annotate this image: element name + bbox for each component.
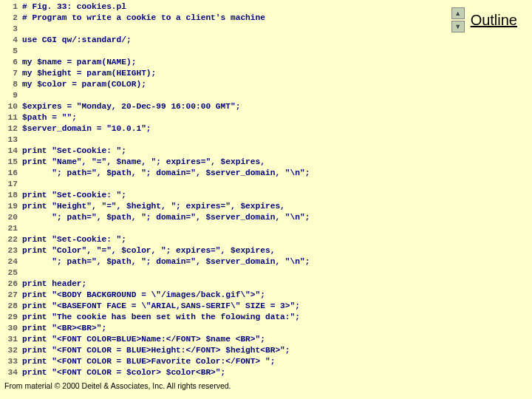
code-line: 2# Program to write a cookie to a client… [0,13,426,24]
code-text: print "The cookie has been set with the … [22,312,300,323]
code-line: 4use CGI qw/:standard/; [0,35,426,46]
code-line: 25 [0,267,426,279]
line-number: 25 [0,267,22,279]
outline-control: ▲ ▼ Outline [451,7,517,33]
code-text: # Fig. 33: cookies.pl [22,1,126,13]
code-line: 8my $color = param(COLOR); [0,79,426,90]
code-text: print "<FONT COLOR=BLUE>Name:</FONT> $na… [22,334,265,345]
line-number: 27 [0,290,22,301]
code-text: print "Set-Cookie: "; [22,146,126,157]
code-text: print "Color", "=", $color, "; expires="… [22,245,275,256]
line-number: 1 [0,1,22,13]
line-number: 23 [0,245,22,256]
line-number: 7 [0,68,22,79]
code-text: print header; [22,279,86,290]
line-number: 9 [0,90,22,101]
code-text: print "Name", "=", $name, "; expires=", … [22,157,265,168]
line-number: 19 [0,201,22,212]
code-text: $path = ""; [22,112,77,123]
line-number: 22 [0,234,22,245]
code-text: $expires = "Monday, 20-Dec-99 16:00:00 G… [22,101,240,112]
code-line: 30print "<BR><BR>"; [0,323,426,334]
code-listing: 1# Fig. 33: cookies.pl2# Program to writ… [0,0,426,380]
line-number: 10 [0,101,22,112]
code-line: 17 [0,179,426,190]
line-number: 8 [0,79,22,90]
line-number: 33 [0,356,22,367]
code-line: 34print "<FONT COLOR = $color> $color<BR… [0,367,426,378]
code-text: my $height = param(HEIGHT); [22,68,156,79]
code-text: print "Height", "=", $height, "; expires… [22,201,285,212]
code-line: 22print "Set-Cookie: "; [0,234,426,245]
arrow-stack: ▲ ▼ [451,7,465,33]
code-text: print "<FONT COLOR = BLUE>Favorite Color… [22,356,275,367]
line-number: 3 [0,24,22,35]
code-line: 12$server_domain = "10.0.1"; [0,123,426,134]
line-number: 21 [0,223,22,234]
line-number: 6 [0,57,22,68]
code-line: 24 "; path=", $path, "; domain=", $serve… [0,256,426,267]
code-line: 16 "; path=", $path, "; domain=", $serve… [0,168,426,179]
code-line: 32print "<FONT COLOR = BLUE>Height:</FON… [0,345,426,356]
code-line: 20 "; path=", $path, "; domain=", $serve… [0,212,426,223]
code-line: 26print header; [0,279,426,290]
code-text: print "<FONT COLOR = $color> $color<BR>"… [22,367,225,378]
line-number: 13 [0,134,22,146]
line-number: 34 [0,367,22,378]
line-number: 16 [0,168,22,179]
copyright-footer: From material © 2000 Deitel & Associates… [0,381,231,390]
code-line: 28print "<BASEFONT FACE = \"ARIAL,SANS-S… [0,301,426,312]
code-line: 27print "<BODY BACKGROUND = \"/images/ba… [0,290,426,301]
code-line: 21 [0,223,426,234]
code-text: print "<BODY BACKGROUND = \"/images/back… [22,290,265,301]
code-text: print "<BASEFONT FACE = \"ARIAL,SANS-SER… [22,301,300,312]
code-text: print "Set-Cookie: "; [22,190,126,201]
line-number: 12 [0,123,22,134]
outline-link[interactable]: Outline [468,12,517,29]
code-line: 11$path = ""; [0,112,426,123]
outline-down-button[interactable]: ▼ [451,21,465,33]
code-line: 14print "Set-Cookie: "; [0,146,426,157]
line-number: 29 [0,312,22,323]
line-number: 15 [0,157,22,168]
code-line: 29print "The cookie has been set with th… [0,312,426,323]
code-line: 1# Fig. 33: cookies.pl [0,1,426,13]
code-line: 5 [0,46,426,57]
line-number: 14 [0,146,22,157]
code-text: use CGI qw/:standard/; [22,35,132,46]
code-line: 10$expires = "Monday, 20-Dec-99 16:00:00… [0,101,426,112]
line-number: 28 [0,301,22,312]
code-line: 3 [0,24,426,35]
code-text: # Program to write a cookie to a client'… [22,13,265,24]
line-number: 32 [0,345,22,356]
code-text: print "Set-Cookie: "; [22,234,126,245]
line-number: 30 [0,323,22,334]
line-number: 31 [0,334,22,345]
code-line: 6my $name = param(NAME); [0,57,426,68]
code-line: 13 [0,134,426,146]
line-number: 5 [0,46,22,57]
line-number: 2 [0,13,22,24]
code-line: 7my $height = param(HEIGHT); [0,68,426,79]
line-number: 26 [0,279,22,290]
outline-up-button[interactable]: ▲ [451,7,465,19]
line-number: 11 [0,112,22,123]
code-text: "; path=", $path, "; domain=", $server_d… [22,256,310,267]
line-number: 17 [0,179,22,190]
code-line: 15print "Name", "=", $name, "; expires="… [0,157,426,168]
code-text: my $name = param(NAME); [22,57,136,68]
code-line: 18print "Set-Cookie: "; [0,190,426,201]
code-text: print "<BR><BR>"; [22,323,106,334]
line-number: 24 [0,256,22,267]
code-line: 31print "<FONT COLOR=BLUE>Name:</FONT> $… [0,334,426,345]
line-number: 4 [0,35,22,46]
code-text: "; path=", $path, "; domain=", $server_d… [22,168,310,179]
code-text: $server_domain = "10.0.1"; [22,123,151,134]
code-text: my $color = param(COLOR); [22,79,146,90]
code-line: 23print "Color", "=", $color, "; expires… [0,245,426,256]
line-number: 18 [0,190,22,201]
code-text: "; path=", $path, "; domain=", $server_d… [22,212,310,223]
line-number: 20 [0,212,22,223]
code-line: 9 [0,90,426,101]
code-line: 33print "<FONT COLOR = BLUE>Favorite Col… [0,356,426,367]
